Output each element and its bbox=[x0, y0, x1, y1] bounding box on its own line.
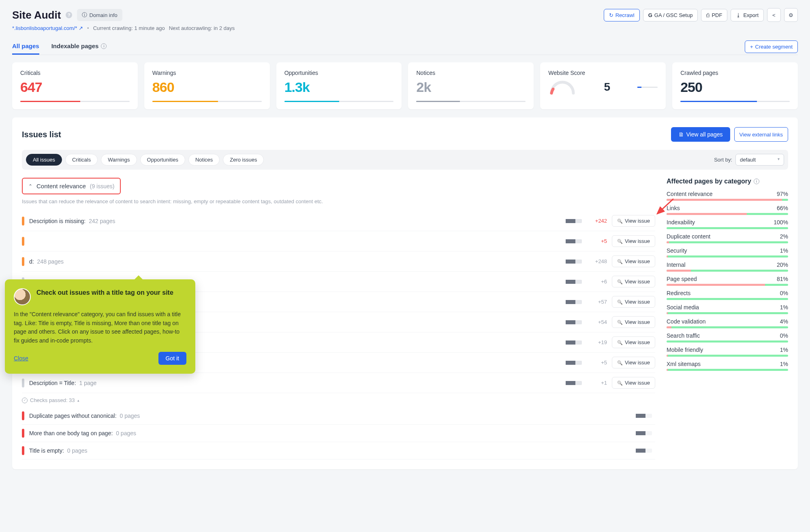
issue-delta: +57 bbox=[590, 299, 607, 305]
category-percent: 4% bbox=[780, 318, 788, 325]
issue-name: d: bbox=[29, 258, 34, 265]
view-issue-button[interactable]: View issue bbox=[612, 336, 655, 348]
view-issue-button[interactable]: View issue bbox=[612, 276, 655, 287]
view-issue-button[interactable]: View issue bbox=[612, 255, 655, 267]
issue-row[interactable]: Title is empty: 0 pages bbox=[22, 442, 655, 460]
stat-criticals[interactable]: Criticals 647 bbox=[12, 62, 138, 109]
stat-website-score[interactable]: Website Score 5 bbox=[540, 62, 666, 109]
issue-meter bbox=[566, 239, 582, 243]
category-name: Code validation bbox=[667, 318, 706, 325]
stat-notices[interactable]: Notices 2k bbox=[408, 62, 534, 109]
filter-chip-opportunities[interactable]: Opportunities bbox=[140, 154, 185, 166]
category-name: Redirects bbox=[667, 290, 690, 296]
settings-button[interactable]: ⚙ bbox=[784, 8, 798, 22]
download-icon: ⭳ bbox=[736, 12, 741, 18]
issue-meter bbox=[566, 260, 582, 264]
category-row[interactable]: Search traffic0% bbox=[667, 332, 788, 343]
document-icon: 🗎 bbox=[678, 131, 684, 138]
category-row[interactable]: Internal20% bbox=[667, 262, 788, 272]
export-button[interactable]: ⭳ Export bbox=[731, 9, 764, 21]
category-row[interactable]: Content relevance97% bbox=[667, 191, 788, 201]
crawl-status: Current crawling: 1 minute ago bbox=[93, 25, 165, 31]
issue-meter bbox=[566, 361, 582, 365]
recrawl-button[interactable]: ↻ Recrawl bbox=[604, 9, 640, 21]
stat-crawled-pages[interactable]: Crawled pages 250 bbox=[672, 62, 798, 109]
category-name: Links bbox=[667, 205, 680, 211]
view-issue-button[interactable]: View issue bbox=[612, 357, 655, 368]
issue-name: More than one body tag on page: bbox=[29, 430, 113, 436]
category-row[interactable]: Page speed81% bbox=[667, 276, 788, 286]
issue-row[interactable]: +5View issue bbox=[22, 231, 655, 251]
issue-delta: +248 bbox=[590, 258, 607, 264]
issue-row[interactable]: More than one body tag on page: 0 pages bbox=[22, 425, 655, 442]
issue-row[interactable]: Description = Title: 1 page+1View issue bbox=[22, 373, 655, 393]
category-row[interactable]: Security1% bbox=[667, 247, 788, 257]
severity-indicator bbox=[22, 429, 24, 438]
category-row[interactable]: Mobile friendly1% bbox=[667, 347, 788, 357]
help-icon[interactable]: ? bbox=[66, 12, 72, 18]
category-row[interactable]: Social media1% bbox=[667, 304, 788, 314]
pdf-button[interactable]: ⎙ PDF bbox=[701, 9, 727, 21]
stat-opportunities[interactable]: Opportunities 1.3k bbox=[276, 62, 402, 109]
ga-gsc-setup-button[interactable]: G GA / GSC Setup bbox=[643, 9, 698, 21]
view-issue-button[interactable]: View issue bbox=[612, 377, 655, 389]
issue-page-count: 248 pages bbox=[37, 258, 64, 265]
tooltip-close-link[interactable]: Close bbox=[14, 355, 28, 362]
search-icon bbox=[617, 299, 623, 305]
filter-chip-criticals[interactable]: Criticals bbox=[65, 154, 98, 166]
category-row[interactable]: Xml sitemaps1% bbox=[667, 361, 788, 371]
create-segment-button[interactable]: + Create segment bbox=[745, 40, 798, 53]
view-issue-button[interactable]: View issue bbox=[612, 235, 655, 247]
stat-warnings[interactable]: Warnings 860 bbox=[144, 62, 270, 109]
tooltip-gotit-button[interactable]: Got it bbox=[158, 352, 186, 365]
issue-row[interactable]: Duplicate pages without canonical: 0 pag… bbox=[22, 407, 655, 425]
issue-row[interactable]: Description is missing: 242 pages+242Vie… bbox=[22, 211, 655, 231]
search-icon bbox=[617, 360, 623, 366]
category-row[interactable]: Indexability100% bbox=[667, 219, 788, 229]
checks-passed-toggle[interactable]: ✓ Checks passed: 33 ▴ bbox=[22, 393, 655, 407]
category-bar bbox=[667, 213, 788, 215]
domain-link[interactable]: *.lisbonlisboaportugal.com/* ↗ bbox=[12, 25, 83, 31]
issue-meter bbox=[566, 320, 582, 324]
onboarding-tooltip: Check out issues with a title tag on you… bbox=[5, 279, 195, 374]
gear-icon: ⚙ bbox=[789, 12, 793, 18]
category-row[interactable]: Redirects0% bbox=[667, 290, 788, 300]
issue-delta: +19 bbox=[590, 339, 607, 345]
share-button[interactable]: < bbox=[767, 8, 781, 22]
filter-chip-notices[interactable]: Notices bbox=[188, 154, 220, 166]
issue-meter bbox=[566, 219, 582, 223]
plus-icon: + bbox=[750, 44, 753, 50]
affected-pages-title: Affected pages by category bbox=[667, 178, 751, 185]
view-issue-button[interactable]: View issue bbox=[612, 215, 655, 227]
domain-info-button[interactable]: ⓘ Domain info bbox=[77, 9, 122, 21]
tab-indexable-pages[interactable]: Indexable pages i bbox=[51, 38, 107, 55]
issue-name: Description = Title: bbox=[29, 380, 76, 386]
issue-meter bbox=[636, 449, 652, 453]
info-icon[interactable]: i bbox=[101, 43, 107, 49]
category-name: Mobile friendly bbox=[667, 347, 703, 353]
tooltip-body: In the "Content relevance" category, you… bbox=[14, 310, 186, 345]
view-issue-button[interactable]: View issue bbox=[612, 296, 655, 308]
category-percent: 20% bbox=[777, 262, 788, 268]
severity-indicator bbox=[22, 411, 24, 420]
view-all-pages-button[interactable]: 🗎 View all pages bbox=[671, 127, 730, 142]
category-row[interactable]: Duplicate content2% bbox=[667, 233, 788, 243]
category-name: Content relevance bbox=[667, 191, 713, 197]
category-row[interactable]: Code validation4% bbox=[667, 318, 788, 328]
category-bar bbox=[667, 241, 788, 243]
category-row[interactable]: Links66% bbox=[667, 205, 788, 215]
view-external-links-button[interactable]: View external links bbox=[734, 127, 788, 142]
issue-row[interactable]: d: 248 pages+248View issue bbox=[22, 251, 655, 272]
section-content-relevance[interactable]: ⌃ Content relevance (9 issues) bbox=[22, 178, 121, 194]
tooltip-title: Check out issues with a title tag on you… bbox=[36, 288, 173, 305]
filter-chip-zero-issues[interactable]: Zero issues bbox=[223, 154, 264, 166]
tab-all-pages[interactable]: All pages bbox=[12, 38, 39, 55]
filter-chip-all-issues[interactable]: All issues bbox=[26, 154, 62, 166]
info-icon[interactable]: i bbox=[754, 179, 759, 184]
view-issue-button[interactable]: View issue bbox=[612, 316, 655, 328]
gauge-icon bbox=[548, 79, 577, 95]
sort-select[interactable]: default bbox=[735, 154, 784, 166]
filter-chip-warnings[interactable]: Warnings bbox=[101, 154, 137, 166]
search-icon bbox=[617, 258, 623, 264]
google-icon: G bbox=[648, 12, 652, 18]
